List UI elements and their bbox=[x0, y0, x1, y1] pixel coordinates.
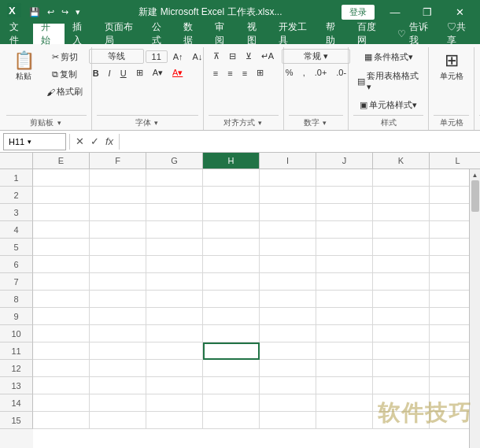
row-header-15[interactable]: 15 bbox=[0, 412, 33, 429]
col-header-K[interactable]: K bbox=[373, 153, 430, 168]
row-header-5[interactable]: 5 bbox=[0, 239, 33, 256]
login-button[interactable]: 登录 bbox=[342, 5, 375, 20]
cell-H9[interactable] bbox=[203, 308, 260, 325]
cell-style-btn[interactable]: ▣ 单元格样式▾ bbox=[353, 97, 423, 113]
cell-L12[interactable] bbox=[430, 360, 469, 377]
cell-G14[interactable] bbox=[146, 394, 203, 412]
cell-I4[interactable] bbox=[260, 221, 316, 239]
cell-H5[interactable] bbox=[203, 239, 260, 256]
cell-F9[interactable] bbox=[90, 308, 146, 325]
menu-baidu[interactable]: 百度网 bbox=[349, 24, 389, 44]
underline-button[interactable]: U bbox=[116, 66, 131, 80]
row-header-12[interactable]: 12 bbox=[0, 360, 33, 377]
cell-I10[interactable] bbox=[260, 325, 316, 342]
row-header-6[interactable]: 6 bbox=[0, 256, 33, 273]
cell-G11[interactable] bbox=[146, 342, 203, 360]
cell-K8[interactable] bbox=[373, 291, 430, 308]
cells-button[interactable]: ⊞ 单元格 bbox=[435, 49, 468, 85]
cell-J15[interactable] bbox=[316, 412, 373, 429]
cell-K14[interactable] bbox=[373, 394, 430, 412]
cell-F10[interactable] bbox=[90, 325, 146, 342]
cell-H1[interactable] bbox=[203, 169, 260, 187]
cell-F8[interactable] bbox=[90, 291, 146, 308]
format-painter-button[interactable]: 🖌 格式刷 bbox=[42, 83, 87, 100]
cell-L10[interactable] bbox=[430, 325, 469, 342]
cell-H3[interactable] bbox=[203, 204, 260, 221]
cell-I14[interactable] bbox=[260, 394, 316, 412]
menu-formulas[interactable]: 公式 bbox=[144, 24, 175, 44]
cell-J2[interactable] bbox=[316, 187, 373, 204]
cell-I5[interactable] bbox=[260, 239, 316, 256]
cell-J11[interactable] bbox=[316, 342, 373, 360]
cell-J7[interactable] bbox=[316, 273, 373, 291]
cell-L13[interactable] bbox=[430, 377, 469, 394]
cell-H6[interactable] bbox=[203, 256, 260, 273]
cell-G10[interactable] bbox=[146, 325, 203, 342]
cell-F11[interactable] bbox=[90, 342, 146, 360]
cell-L6[interactable] bbox=[430, 256, 469, 273]
cell-K15[interactable] bbox=[373, 412, 430, 429]
cell-I3[interactable] bbox=[260, 204, 316, 221]
row-header-2[interactable]: 2 bbox=[0, 187, 33, 204]
name-box[interactable]: H11 ▾ bbox=[3, 133, 66, 150]
cell-E6[interactable] bbox=[33, 256, 90, 273]
align-top[interactable]: ⊼ bbox=[209, 49, 223, 64]
cell-K6[interactable] bbox=[373, 256, 430, 273]
cell-J8[interactable] bbox=[316, 291, 373, 308]
cell-F6[interactable] bbox=[90, 256, 146, 273]
formula-cancel-btn[interactable]: ✕ bbox=[73, 135, 87, 147]
cell-J5[interactable] bbox=[316, 239, 373, 256]
cell-L7[interactable] bbox=[430, 273, 469, 291]
cell-E5[interactable] bbox=[33, 239, 90, 256]
cell-K7[interactable] bbox=[373, 273, 430, 291]
number-collapse[interactable]: ▾ bbox=[321, 119, 328, 127]
copy-button[interactable]: ⧉ 复制 bbox=[42, 66, 87, 83]
row-header-7[interactable]: 7 bbox=[0, 273, 33, 291]
font-size-increase[interactable]: A↑ bbox=[169, 50, 187, 64]
cut-button[interactable]: ✂ 剪切 bbox=[42, 49, 87, 65]
cell-G1[interactable] bbox=[146, 169, 203, 187]
cell-I13[interactable] bbox=[260, 377, 316, 394]
paste-button[interactable]: 📋 粘贴 bbox=[6, 49, 41, 85]
cell-G8[interactable] bbox=[146, 291, 203, 308]
cell-L8[interactable] bbox=[430, 291, 469, 308]
cell-J12[interactable] bbox=[316, 360, 373, 377]
cell-F1[interactable] bbox=[90, 169, 146, 187]
cell-I11[interactable] bbox=[260, 342, 316, 360]
cell-F15[interactable] bbox=[90, 412, 146, 429]
cell-J1[interactable] bbox=[316, 169, 373, 187]
cell-E2[interactable] bbox=[33, 187, 90, 204]
cell-J6[interactable] bbox=[316, 256, 373, 273]
undo-btn[interactable]: ↩ bbox=[45, 6, 57, 19]
cell-K9[interactable] bbox=[373, 308, 430, 325]
cell-E4[interactable] bbox=[33, 221, 90, 239]
cell-K11[interactable] bbox=[373, 342, 430, 360]
cell-E10[interactable] bbox=[33, 325, 90, 342]
italic-button[interactable]: I bbox=[105, 66, 115, 80]
font-color-button[interactable]: A▾ bbox=[168, 65, 186, 80]
cell-K4[interactable] bbox=[373, 221, 430, 239]
formula-confirm-btn[interactable]: ✓ bbox=[88, 135, 102, 147]
col-header-I[interactable]: I bbox=[260, 153, 316, 168]
alignment-collapse[interactable]: ▾ bbox=[257, 119, 264, 127]
cell-L4[interactable] bbox=[430, 221, 469, 239]
cell-F4[interactable] bbox=[90, 221, 146, 239]
cell-H15[interactable] bbox=[203, 412, 260, 429]
menu-search[interactable]: ♡ 告诉我 bbox=[390, 24, 439, 44]
cell-I1[interactable] bbox=[260, 169, 316, 187]
cell-E3[interactable] bbox=[33, 204, 90, 221]
cell-E7[interactable] bbox=[33, 273, 90, 291]
scroll-thumb-v[interactable] bbox=[471, 180, 479, 212]
redo-btn[interactable]: ↪ bbox=[59, 6, 71, 19]
cell-E8[interactable] bbox=[33, 291, 90, 308]
cell-F5[interactable] bbox=[90, 239, 146, 256]
cell-H10[interactable] bbox=[203, 325, 260, 342]
minimize-button[interactable]: — bbox=[379, 0, 411, 24]
menu-help[interactable]: 帮助 bbox=[318, 24, 349, 44]
font-collapse[interactable]: ▾ bbox=[153, 119, 160, 127]
cell-H7[interactable] bbox=[203, 273, 260, 291]
cell-L9[interactable] bbox=[430, 308, 469, 325]
table-style-btn[interactable]: ▤ 套用表格格式▾ bbox=[353, 68, 423, 94]
cell-J3[interactable] bbox=[316, 204, 373, 221]
cell-K13[interactable] bbox=[373, 377, 430, 394]
